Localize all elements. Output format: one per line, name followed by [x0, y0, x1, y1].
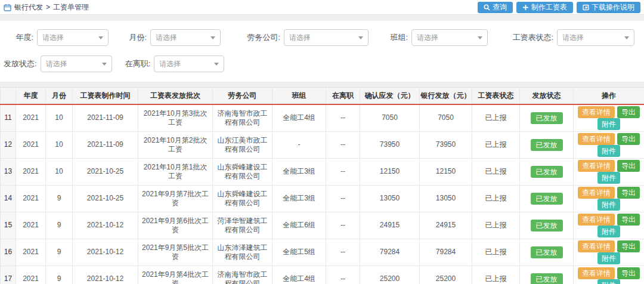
- cell-actions: 查看详情导出附件: [574, 158, 644, 185]
- attachment-button[interactable]: 附件: [597, 172, 620, 184]
- detail-button[interactable]: 查看详情: [578, 214, 615, 226]
- chevron-down-icon: [98, 36, 103, 39]
- table-row: 15202192021-10-122021年9月第6批次工资菏泽华智建筑工程有限…: [1, 212, 644, 239]
- sheet-status-select[interactable]: 请选择: [557, 29, 634, 46]
- cell-create-time: 2021-10-25: [73, 158, 138, 185]
- team-select[interactable]: 请选择: [411, 29, 488, 46]
- cell-team: 全能工4组: [273, 104, 326, 132]
- cell-company: 山东沛泽建筑工程有限公司: [213, 239, 273, 266]
- pay-status-badge: 已发放: [531, 112, 563, 124]
- search-icon: [484, 4, 490, 11]
- cell-confirmed-amount: 73950: [360, 131, 420, 158]
- search-button[interactable]: 查询: [478, 2, 513, 13]
- filter-team: 班组: 请选择: [388, 29, 488, 46]
- plus-icon: [522, 4, 529, 11]
- detail-button[interactable]: 查看详情: [578, 267, 615, 279]
- cell-pay-status: 已发放: [520, 158, 574, 185]
- cell-month: 9: [46, 239, 73, 266]
- chevron-down-icon: [624, 36, 629, 39]
- pay-status-badge: 已发放: [531, 139, 563, 151]
- export-button[interactable]: 导出: [617, 267, 640, 279]
- cell-create-time: 2021-10-12: [73, 212, 138, 239]
- cell-batch: 2021年9月第4批次工资: [138, 266, 213, 284]
- cell-year: 2021: [16, 266, 46, 284]
- chevron-down-icon: [210, 36, 215, 39]
- cell-bank-amount: 73950: [420, 131, 472, 158]
- row-index: 15: [1, 212, 16, 239]
- cell-actions: 查看详情导出附件: [574, 239, 644, 266]
- row-index: 14: [1, 185, 16, 212]
- row-index: 17: [1, 266, 16, 284]
- attachment-button[interactable]: 附件: [597, 226, 620, 237]
- cell-month: 10: [46, 104, 73, 132]
- cell-pay-status: 已发放: [520, 212, 574, 239]
- header-index: [1, 88, 16, 104]
- export-button[interactable]: 导出: [617, 187, 640, 199]
- cell-batch: 2021年9月第5批次工资: [138, 239, 213, 266]
- cell-employment: --: [326, 158, 360, 185]
- row-index: 13: [1, 158, 16, 185]
- table-row: 16202192021-10-122021年9月第5批次工资山东沛泽建筑工程有限…: [1, 239, 644, 266]
- chevron-down-icon: [214, 63, 219, 66]
- cell-employment: --: [326, 239, 360, 266]
- cell-actions: 查看详情导出附件: [574, 104, 644, 132]
- export-button[interactable]: 导出: [617, 240, 640, 252]
- attachment-button[interactable]: 附件: [597, 199, 620, 211]
- header-year: 年度: [16, 88, 46, 104]
- attachment-button[interactable]: 附件: [597, 252, 620, 264]
- header-employment: 在离职: [326, 88, 360, 104]
- cell-team: 全能工6组: [273, 212, 326, 239]
- cell-actions: 查看详情导出附件: [574, 266, 644, 284]
- header-month: 月份: [46, 88, 73, 104]
- cell-create-time: 2021-11-09: [73, 104, 138, 132]
- export-button[interactable]: 导出: [617, 106, 640, 118]
- export-button[interactable]: 导出: [617, 133, 640, 145]
- cell-bank-amount: 12150: [420, 158, 472, 185]
- cell-company: 山东舜峰建设工程有限公司: [213, 158, 273, 185]
- cell-team: 全能工5组: [273, 239, 326, 266]
- breadcrumb-section[interactable]: 银行代发: [14, 2, 43, 13]
- filter-employment: 在离职: 请选择: [125, 55, 225, 72]
- cell-year: 2021: [16, 131, 46, 158]
- pay-status-badge: 已发放: [531, 220, 563, 231]
- export-button[interactable]: 导出: [617, 160, 640, 172]
- detail-button[interactable]: 查看详情: [578, 133, 615, 145]
- cell-sheet-status: 已上报: [472, 239, 520, 266]
- attachment-button[interactable]: 附件: [597, 145, 620, 157]
- labor-company-select[interactable]: 请选择: [284, 29, 369, 46]
- cell-bank-amount: 79284: [420, 239, 472, 266]
- cell-pay-status: 已发放: [520, 131, 574, 158]
- cell-bank-amount: 13050: [420, 185, 472, 212]
- cell-confirmed-amount: 79284: [360, 239, 420, 266]
- cell-month: 9: [46, 266, 73, 284]
- detail-button[interactable]: 查看详情: [578, 106, 615, 118]
- table-body: 112021102021-11-092021年10月第3批次工资济南海智市政工程…: [1, 104, 644, 284]
- attachment-button[interactable]: 附件: [597, 279, 620, 284]
- cell-month: 9: [46, 212, 73, 239]
- detail-button[interactable]: 查看详情: [578, 240, 615, 252]
- cell-company: 济南海智市政工程有限公司: [213, 266, 273, 284]
- cell-month: 9: [46, 185, 73, 212]
- employment-select[interactable]: 请选择: [154, 55, 224, 72]
- cell-year: 2021: [16, 239, 46, 266]
- chevron-down-icon: [358, 36, 363, 39]
- cell-sheet-status: 已上报: [472, 131, 520, 158]
- detail-button[interactable]: 查看详情: [578, 160, 615, 172]
- attachment-button[interactable]: 附件: [597, 118, 620, 130]
- detail-button[interactable]: 查看详情: [578, 187, 615, 199]
- cell-actions: 查看详情导出附件: [574, 212, 644, 239]
- cell-pay-status: 已发放: [520, 185, 574, 212]
- export-button[interactable]: 导出: [617, 214, 640, 226]
- cell-sheet-status: 已上报: [472, 212, 520, 239]
- header-company: 劳务公司: [213, 88, 273, 104]
- cell-team: 全能工3组: [273, 185, 326, 212]
- year-select[interactable]: 请选择: [37, 29, 109, 46]
- cell-company: 济南海智市政工程有限公司: [213, 104, 273, 132]
- create-payroll-button[interactable]: 制作工资表: [516, 2, 573, 13]
- cell-actions: 查看详情导出附件: [574, 131, 644, 158]
- pay-status-select[interactable]: 请选择: [41, 55, 112, 72]
- download-instructions-button[interactable]: 下载操作说明: [577, 2, 640, 13]
- month-select[interactable]: 请选择: [150, 29, 221, 46]
- cell-confirmed-amount: 25200: [360, 266, 420, 284]
- breadcrumb-page: 工资单管理: [53, 2, 89, 13]
